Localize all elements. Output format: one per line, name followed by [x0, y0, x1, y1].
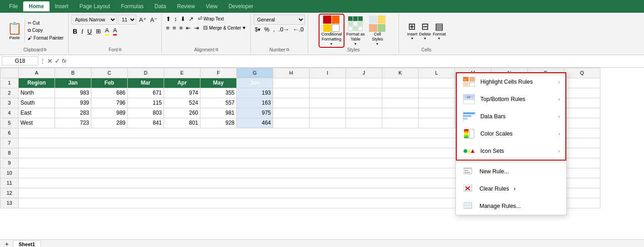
format-as-table-button[interactable]: Format asTable ▾	[344, 15, 367, 47]
tab-page-layout[interactable]: Page Layout	[74, 1, 115, 11]
align-bottom-button[interactable]: ⬇	[179, 15, 187, 23]
tab-data[interactable]: Data	[149, 1, 171, 11]
format-painter-button[interactable]: 🖌 Format Painter	[26, 35, 65, 41]
col-header-g[interactable]: G	[237, 68, 273, 78]
decrease-indent-button[interactable]: ⇤	[185, 24, 192, 32]
clipboard-expand[interactable]: ⧉	[44, 47, 46, 52]
cell-h4[interactable]	[273, 108, 310, 118]
cell-c4[interactable]: 989	[91, 108, 128, 118]
font-name-select[interactable]: Aptos Narrow	[71, 15, 117, 25]
cell-l2[interactable]	[419, 88, 455, 98]
cell-l4[interactable]	[419, 108, 455, 118]
confirm-formula-icon[interactable]: ✓	[55, 57, 60, 65]
cell-g1[interactable]: Jun	[237, 78, 273, 88]
cell-i5[interactable]	[310, 118, 346, 128]
merge-center-button[interactable]: ⊟ Merge & Center ▾	[201, 24, 248, 32]
col-header-e[interactable]: E	[164, 68, 200, 78]
cell-f3[interactable]: 557	[200, 98, 237, 108]
cell-l5[interactable]	[419, 118, 455, 128]
add-sheet-button[interactable]: ＋	[2, 239, 12, 247]
cell-q1[interactable]	[564, 78, 600, 88]
cell-b1[interactable]: Jan	[55, 78, 91, 88]
cell-q4[interactable]	[564, 108, 600, 118]
sheet-tab-1[interactable]: Sheet1	[13, 240, 41, 247]
cell-i4[interactable]	[310, 108, 346, 118]
conditional-formatting-button[interactable]: ConditionalFormatting ▾	[320, 15, 344, 47]
cell-i3[interactable]	[310, 98, 346, 108]
cell-g3[interactable]: 163	[237, 98, 273, 108]
cell-c3[interactable]: 796	[91, 98, 128, 108]
cell-a5[interactable]: West	[19, 118, 55, 128]
cell-e2[interactable]: 974	[164, 88, 200, 98]
cell-b2[interactable]: 983	[55, 88, 91, 98]
copy-button[interactable]: ⧉ Copy	[26, 27, 65, 34]
increase-font-button[interactable]: A⁺	[138, 16, 148, 24]
cell-a4[interactable]: East	[19, 108, 55, 118]
cell-k5[interactable]	[382, 118, 419, 128]
cell-i1[interactable]	[310, 78, 346, 88]
number-format-select[interactable]: General	[254, 15, 305, 25]
manage-rules-item[interactable]: Manage Rules...	[456, 197, 566, 215]
col-header-f[interactable]: F	[200, 68, 237, 78]
align-right-button[interactable]: ≡	[178, 24, 184, 32]
col-header-i[interactable]: I	[310, 68, 346, 78]
tab-developer[interactable]: Developer	[223, 1, 259, 11]
tab-view[interactable]: View	[200, 1, 223, 11]
cell-d2[interactable]: 671	[128, 88, 164, 98]
color-scales-item[interactable]: Color Scales ›	[457, 125, 565, 142]
tab-file[interactable]: File	[4, 1, 23, 11]
cell-g5[interactable]: 464	[237, 118, 273, 128]
col-header-l[interactable]: L	[419, 68, 455, 78]
cell-d4[interactable]: 803	[128, 108, 164, 118]
cut-button[interactable]: ✂ Cut	[26, 20, 65, 26]
cell-q3[interactable]	[564, 98, 600, 108]
cell-f4[interactable]: 981	[200, 108, 237, 118]
new-rule-item[interactable]: New Rule...	[456, 163, 566, 180]
cell-f5[interactable]: 928	[200, 118, 237, 128]
top-bottom-rules-item[interactable]: 10 Top/Bottom Rules ›	[457, 91, 565, 108]
cell-c1[interactable]: Feb	[91, 78, 128, 88]
cell-q5[interactable]	[564, 118, 600, 128]
align-center-button[interactable]: ≡	[171, 24, 178, 32]
formula-menu-icon[interactable]: ⋮	[40, 58, 45, 64]
cell-b5[interactable]: 723	[55, 118, 91, 128]
cell-k1[interactable]	[382, 78, 419, 88]
font-color-button[interactable]: A	[112, 26, 119, 36]
cell-e5[interactable]: 801	[164, 118, 200, 128]
col-header-h[interactable]: H	[273, 68, 310, 78]
increase-decimal-button[interactable]: ←.0	[291, 25, 305, 33]
cell-c5[interactable]: 289	[91, 118, 128, 128]
cell-g4[interactable]: 975	[237, 108, 273, 118]
cell-b4[interactable]: 283	[55, 108, 91, 118]
cell-h1[interactable]	[273, 78, 310, 88]
cell-g2[interactable]: 193	[237, 88, 273, 98]
percent-button[interactable]: %	[263, 25, 271, 33]
cell-h3[interactable]	[273, 98, 310, 108]
cell-f2[interactable]: 355	[200, 88, 237, 98]
decrease-decimal-button[interactable]: .0→	[277, 25, 291, 33]
cell-d1[interactable]: Mar	[128, 78, 164, 88]
cell-k4[interactable]	[382, 108, 419, 118]
tab-insert[interactable]: Insert	[50, 1, 74, 11]
cell-a1[interactable]: Region	[19, 78, 55, 88]
cell-l1[interactable]	[419, 78, 455, 88]
align-top-button[interactable]: ⬆	[165, 15, 172, 23]
format-dropdown[interactable]: ▾	[438, 36, 440, 40]
cell-k2[interactable]	[382, 88, 419, 98]
cell-a2[interactable]: North	[19, 88, 55, 98]
cell-h2[interactable]	[273, 88, 310, 98]
cell-j5[interactable]	[346, 118, 382, 128]
decrease-font-button[interactable]: A⁻	[149, 16, 159, 24]
cell-a3[interactable]: South	[19, 98, 55, 108]
tab-home[interactable]: Home	[23, 1, 49, 11]
cell-styles-button[interactable]: CellStyles ▾	[367, 15, 387, 47]
cell-b3[interactable]: 939	[55, 98, 91, 108]
cell-reference[interactable]	[2, 56, 38, 66]
delete-dropdown[interactable]: ▾	[424, 36, 426, 40]
insert-dropdown[interactable]: ▾	[411, 36, 413, 40]
borders-button[interactable]: ⊞	[95, 27, 102, 35]
col-header-d[interactable]: D	[128, 68, 164, 78]
cell-k3[interactable]	[382, 98, 419, 108]
cell-j1[interactable]	[346, 78, 382, 88]
font-expand[interactable]: ⧉	[119, 47, 121, 52]
